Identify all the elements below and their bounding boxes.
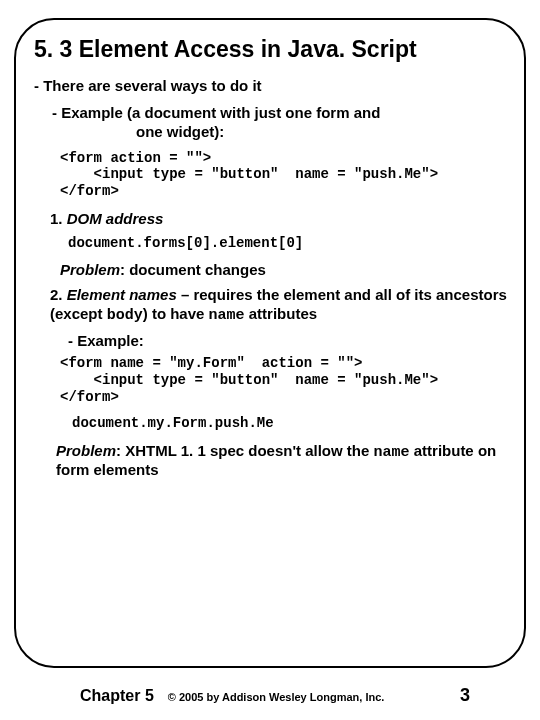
bullet-intro: - There are several ways to do it — [34, 77, 512, 94]
item-2-code-name: name — [209, 307, 245, 324]
example-label: - Example (a document with just one form… — [52, 104, 512, 142]
item-2-rest2: ) to have — [143, 305, 209, 322]
example-label-line2: one widget): — [136, 123, 512, 142]
problem-2-label: Problem — [56, 442, 116, 459]
item-2-title: Element names — [67, 286, 177, 303]
code-block-1: <form action = ""> <input type = "button… — [60, 150, 512, 200]
example-2-label: - Example: — [68, 332, 512, 349]
problem-2-text1: : XHTML 1. 1 spec doesn't allow the — [116, 442, 374, 459]
problem-1: Problem: document changes — [60, 261, 512, 278]
footer-page-number: 3 — [460, 685, 470, 706]
item-2-rest3: attributes — [245, 305, 318, 322]
code-block-2: document.forms[0].element[0] — [68, 235, 512, 252]
footer-copyright: © 2005 by Addison Wesley Longman, Inc. — [168, 691, 385, 703]
code-block-3: <form name = "my.Form" action = ""> <inp… — [60, 355, 512, 405]
item-2: 2. Element names – requires the element … — [50, 286, 512, 326]
content-frame: 5. 3 Element Access in Java. Script - Th… — [14, 18, 526, 668]
slide-page: 5. 3 Element Access in Java. Script - Th… — [0, 0, 540, 720]
item-2-code-body: body — [107, 307, 143, 324]
item-1-number: 1. — [50, 210, 67, 227]
footer-chapter: Chapter 5 — [80, 687, 154, 705]
example-label-line1: - Example (a document with just one form… — [52, 104, 380, 121]
problem-2: Problem: XHTML 1. 1 spec doesn't allow t… — [56, 442, 512, 478]
item-2-number: 2. — [50, 286, 67, 303]
problem-2-code: name — [374, 444, 410, 461]
footer: Chapter 5 © 2005 by Addison Wesley Longm… — [0, 685, 540, 706]
slide-title: 5. 3 Element Access in Java. Script — [34, 36, 512, 63]
problem-1-text: : document changes — [120, 261, 266, 278]
code-block-4: document.my.Form.push.Me — [72, 415, 512, 432]
problem-1-label: Problem — [60, 261, 120, 278]
item-1-title: DOM address — [67, 210, 164, 227]
item-1: 1. DOM address — [50, 210, 512, 229]
